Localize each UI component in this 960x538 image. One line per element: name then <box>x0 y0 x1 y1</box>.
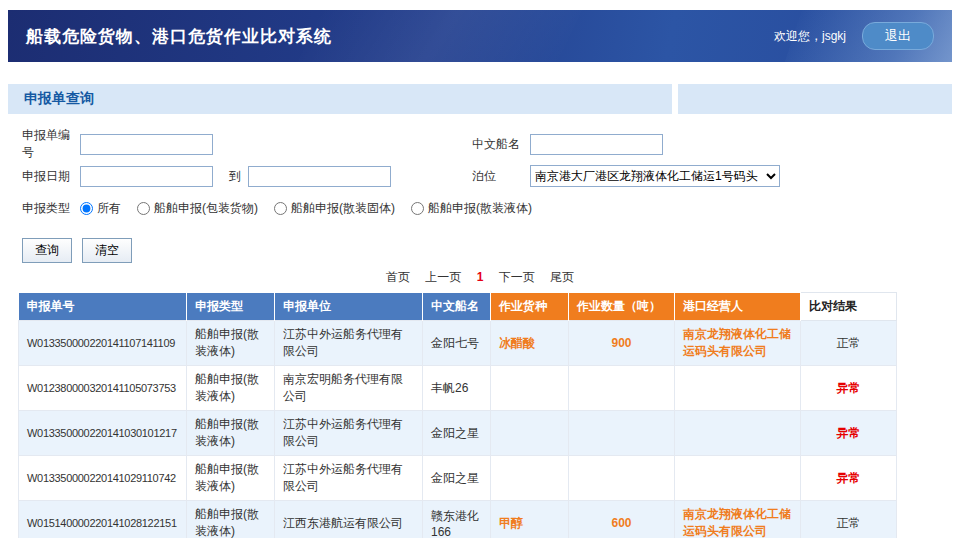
type-radio-bulk-solid[interactable]: 船舶申报(散装固体) <box>274 200 395 217</box>
app-title: 船载危险货物、港口危货作业比对系统 <box>26 25 332 48</box>
pagination-current-page: 1 <box>477 270 484 284</box>
type-radio-bulk-solid-label: 船舶申报(散装固体) <box>291 200 395 217</box>
date-to-input[interactable] <box>248 166 391 187</box>
cell-ship-name: 金阳七号 <box>423 321 491 366</box>
col-port-operator: 港口经营人 <box>675 293 801 321</box>
page: 船载危险货物、港口危货作业比对系统 欢迎您，jsgkj 退出 申报单查询 申报单… <box>8 10 952 538</box>
col-declaration-unit: 申报单位 <box>275 293 423 321</box>
declare-date-label: 申报日期 <box>22 168 80 185</box>
col-ship-name: 中文船名 <box>423 293 491 321</box>
pagination-first[interactable]: 首页 <box>386 270 410 284</box>
cell-quantity <box>569 366 675 411</box>
cell-declaration-unit: 江苏中外运船务代理有限公司 <box>275 411 423 456</box>
clear-button[interactable]: 清空 <box>82 238 132 263</box>
form-actions: 查询 清空 <box>8 224 952 267</box>
section-bar: 申报单查询 <box>8 84 952 114</box>
type-radio-packaged-label: 船舶申报(包装货物) <box>154 200 258 217</box>
col-quantity: 作业数量（吨） <box>569 293 675 321</box>
cell-declaration-unit: 江西东港航运有限公司 <box>275 501 423 538</box>
declaration-no-label: 申报单编号 <box>22 127 80 161</box>
cell-ship-name: 赣东港化166 <box>423 501 491 538</box>
pagination-last[interactable]: 尾页 <box>550 270 574 284</box>
cell-cargo-type: 甲醇 <box>491 501 569 538</box>
cell-compare-result: 异常 <box>801 411 897 456</box>
form-row-1: 申报单编号 中文船名 <box>22 128 938 160</box>
cell-quantity <box>569 456 675 501</box>
cell-ship-name: 金阳之星 <box>423 456 491 501</box>
form-group-ship-name: 中文船名 <box>472 128 663 160</box>
ship-name-input[interactable] <box>530 134 663 155</box>
form-group-berth: 泊位 南京港大厂港区龙翔液体化工储运1号码头 <box>472 160 780 192</box>
section-bar-main: 申报单查询 <box>8 84 672 114</box>
query-form: 申报单编号 中文船名 申报日期 到 泊位 南京港大厂港区龙翔液体化工储运1号码头… <box>8 114 952 224</box>
table-row: W012380000320141105073753 船舶申报(散装液体) 南京宏… <box>19 366 897 411</box>
type-radio-all[interactable]: 所有 <box>80 200 121 217</box>
cell-cargo-type: 冰醋酸 <box>491 321 569 366</box>
cell-port-operator <box>675 366 801 411</box>
type-radio-bulk-liquid-label: 船舶申报(散装液体) <box>428 200 532 217</box>
type-radio-all-label: 所有 <box>97 200 121 217</box>
cell-compare-result: 异常 <box>801 456 897 501</box>
section-bar-side <box>678 84 952 114</box>
cell-declaration-type: 船舶申报(散装液体) <box>187 366 275 411</box>
type-radio-packaged[interactable]: 船舶申报(包装货物) <box>137 200 258 217</box>
table-row: W015140000220141028122151 船舶申报(散装液体) 江西东… <box>19 501 897 538</box>
type-radio-all-input[interactable] <box>80 202 93 215</box>
page-title: 申报单查询 <box>24 90 94 108</box>
query-button[interactable]: 查询 <box>22 238 72 263</box>
cell-quantity: 900 <box>569 321 675 366</box>
cell-port-operator <box>675 456 801 501</box>
cell-declaration-no: W015140000220141028122151 <box>19 501 187 538</box>
pagination: 首页 上一页 1 下一页 尾页 <box>8 269 952 286</box>
cell-compare-result: 异常 <box>801 366 897 411</box>
pagination-prev[interactable]: 上一页 <box>425 270 461 284</box>
declaration-no-input[interactable] <box>80 134 213 155</box>
cell-cargo-type <box>491 366 569 411</box>
cell-compare-result: 正常 <box>801 321 897 366</box>
header-right: 欢迎您，jsgkj 退出 <box>774 22 934 50</box>
cell-quantity: 600 <box>569 501 675 538</box>
cell-quantity <box>569 411 675 456</box>
cell-ship-name: 金阳之星 <box>423 411 491 456</box>
table-header-row: 申报单号 申报类型 申报单位 中文船名 作业货种 作业数量（吨） 港口经营人 比… <box>19 293 897 321</box>
type-radio-packaged-input[interactable] <box>137 202 150 215</box>
table-row: W013350000220141029110742 船舶申报(散装液体) 江苏中… <box>19 456 897 501</box>
cell-declaration-no: W012380000320141105073753 <box>19 366 187 411</box>
type-radio-bulk-solid-input[interactable] <box>274 202 287 215</box>
cell-declaration-no: W013350000220141030101217 <box>19 411 187 456</box>
cell-cargo-type <box>491 411 569 456</box>
col-compare-result: 比对结果 <box>801 293 897 321</box>
logout-button[interactable]: 退出 <box>862 22 934 50</box>
cell-declaration-unit: 南京宏明船务代理有限公司 <box>275 366 423 411</box>
cell-ship-name: 丰帆26 <box>423 366 491 411</box>
welcome-text: 欢迎您，jsgkj <box>774 28 846 45</box>
cell-declaration-unit: 江苏中外运船务代理有限公司 <box>275 321 423 366</box>
cell-declaration-unit: 江苏中外运船务代理有限公司 <box>275 456 423 501</box>
table-row: W013350000220141030101217 船舶申报(散装液体) 江苏中… <box>19 411 897 456</box>
col-declaration-type: 申报类型 <box>187 293 275 321</box>
date-from-input[interactable] <box>80 166 213 187</box>
cell-port-operator <box>675 411 801 456</box>
declare-type-label: 申报类型 <box>22 200 80 217</box>
date-to-word: 到 <box>229 168 241 185</box>
berth-select[interactable]: 南京港大厂港区龙翔液体化工储运1号码头 <box>530 165 780 187</box>
col-declaration-no: 申报单号 <box>19 293 187 321</box>
cell-declaration-type: 船舶申报(散装液体) <box>187 321 275 366</box>
form-row-2: 申报日期 到 泊位 南京港大厂港区龙翔液体化工储运1号码头 <box>22 160 938 192</box>
type-radio-bulk-liquid-input[interactable] <box>411 202 424 215</box>
cell-port-operator: 南京龙翔液体化工储运码头有限公司 <box>675 501 801 538</box>
cell-declaration-type: 船舶申报(散装液体) <box>187 411 275 456</box>
berth-label: 泊位 <box>472 168 530 185</box>
ship-name-label: 中文船名 <box>472 136 530 153</box>
table-row: W013350000220141107141109 船舶申报(散装液体) 江苏中… <box>19 321 897 366</box>
type-radio-bulk-liquid[interactable]: 船舶申报(散装液体) <box>411 200 532 217</box>
form-row-3: 申报类型 所有 船舶申报(包装货物) 船舶申报(散装固体) 船舶申报(散装液体) <box>22 192 938 224</box>
top-header: 船载危险货物、港口危货作业比对系统 欢迎您，jsgkj 退出 <box>8 10 952 62</box>
col-cargo-type: 作业货种 <box>491 293 569 321</box>
cell-declaration-type: 船舶申报(散装液体) <box>187 456 275 501</box>
cell-compare-result: 正常 <box>801 501 897 538</box>
pagination-next[interactable]: 下一页 <box>499 270 535 284</box>
cell-declaration-no: W013350000220141107141109 <box>19 321 187 366</box>
cell-declaration-type: 船舶申报(散装液体) <box>187 501 275 538</box>
results-table: 申报单号 申报类型 申报单位 中文船名 作业货种 作业数量（吨） 港口经营人 比… <box>18 292 897 538</box>
